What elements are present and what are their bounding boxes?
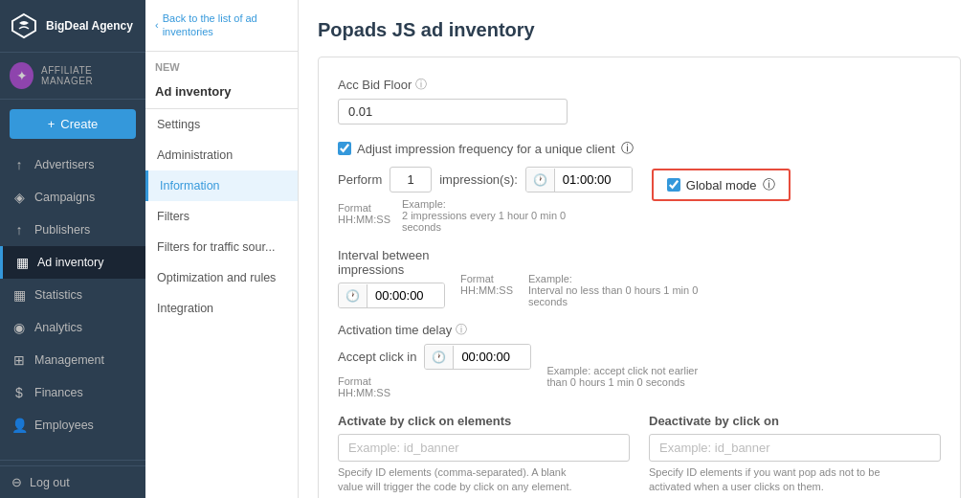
- sidebar-divider: [0, 460, 145, 461]
- role-label: AFFILIATE MANAGER: [41, 65, 136, 86]
- activation-time-delay-label: Activation time delay ⓘ: [338, 322, 941, 338]
- create-label: Create: [60, 117, 98, 131]
- activate-by-click-group: Activate by click on elements Specify ID…: [338, 414, 630, 495]
- deactivate-by-click-group: Deactivate by click on Specify ID elemen…: [649, 414, 941, 495]
- sidebar-item-label: Statistics: [34, 288, 82, 302]
- back-chevron-icon: ‹: [155, 18, 159, 32]
- ad-inventory-icon: ▦: [14, 255, 30, 270]
- secondary-nav-administration[interactable]: Administration: [145, 140, 298, 170]
- deactivate-by-click-label: Deactivate by click on: [649, 414, 941, 428]
- secondary-nav-information[interactable]: Information: [145, 170, 298, 201]
- accept-click-clock-icon: 🕐: [425, 346, 454, 369]
- sidebar-item-advertisers[interactable]: ↑ Advertisers: [0, 148, 145, 181]
- secondary-nav-filters-traffic[interactable]: Filters for traffic sour...: [145, 232, 298, 262]
- logo-icon: [10, 11, 38, 40]
- secondary-sidebar: ‹ Back to the list of ad inventories New…: [145, 0, 299, 498]
- management-icon: ⊞: [11, 352, 27, 368]
- sidebar: BigDeal Agency ✦ AFFILIATE MANAGER + Cre…: [0, 0, 145, 498]
- sidebar-item-label: Management: [34, 353, 104, 367]
- adjust-impression-info-icon[interactable]: ⓘ: [621, 140, 634, 157]
- finances-icon: $: [11, 385, 27, 400]
- secondary-nav-filters[interactable]: Filters: [145, 201, 298, 232]
- sidebar-item-finances[interactable]: $ Finances: [0, 376, 145, 409]
- back-to-list-link[interactable]: ‹ Back to the list of ad inventories: [145, 0, 298, 52]
- sidebar-item-campaigns[interactable]: ◈ Campaigns: [0, 181, 145, 214]
- activate-by-click-label: Activate by click on elements: [338, 414, 630, 428]
- global-mode-checkbox[interactable]: [667, 178, 680, 192]
- interval-format-hint: FormatHH:MM:SS: [460, 273, 513, 296]
- sidebar-nav: ↑ Advertisers ◈ Campaigns ↑ Publishers ▦…: [0, 148, 145, 455]
- secondary-nav-optimization[interactable]: Optimization and rules: [145, 262, 298, 293]
- accept-click-time-input[interactable]: [454, 345, 530, 369]
- acc-bid-floor-section: Acc Bid Floor ⓘ: [338, 77, 941, 124]
- logout-button[interactable]: ⊖ Log out: [0, 465, 145, 498]
- role-icon: ✦: [10, 62, 33, 89]
- sidebar-item-label: Campaigns: [34, 191, 95, 204]
- adjust-impression-row: Adjust impression frequency for a unique…: [338, 140, 941, 157]
- publishers-icon: ↑: [11, 222, 27, 238]
- sidebar-item-ad-inventory[interactable]: ▦ Ad inventory: [0, 246, 145, 279]
- activation-time-delay-section: Activation time delay ⓘ Accept click in …: [338, 322, 941, 398]
- perform-example-text: Example:2 impressions every 1 hour 0 min…: [402, 198, 566, 233]
- sidebar-logo: BigDeal Agency: [0, 0, 145, 53]
- sidebar-item-management[interactable]: ⊞ Management: [0, 344, 145, 376]
- secondary-sidebar-subtitle: Ad inventory: [145, 82, 298, 109]
- interval-time-input[interactable]: [368, 283, 444, 307]
- acc-bid-floor-info-icon[interactable]: ⓘ: [415, 77, 427, 93]
- sidebar-item-label: Ad inventory: [37, 256, 103, 269]
- perform-count-input[interactable]: [390, 167, 432, 192]
- adjust-impression-label: Adjust impression frequency for a unique…: [357, 142, 615, 156]
- global-mode-info-icon[interactable]: ⓘ: [763, 176, 775, 193]
- perform-time-input[interactable]: [555, 168, 632, 192]
- activate-by-click-input[interactable]: [338, 434, 630, 462]
- logout-icon: ⊖: [11, 475, 22, 489]
- perform-label: Perform: [338, 172, 382, 187]
- campaigns-icon: ◈: [11, 190, 27, 205]
- interval-time-wrap: 🕐: [338, 283, 445, 308]
- create-button[interactable]: + Create: [10, 109, 136, 139]
- sidebar-item-label: Publishers: [34, 223, 90, 237]
- perform-row: Perform impression(s): 🕐: [338, 167, 633, 192]
- create-plus-icon: +: [48, 117, 56, 131]
- deactivate-by-click-hint: Specify ID elements if you want pop ads …: [649, 465, 941, 495]
- sidebar-item-statistics[interactable]: ▦ Statistics: [0, 279, 145, 311]
- activate-by-click-hint: Specify ID elements (comma-separated). A…: [338, 465, 630, 495]
- perform-clock-icon: 🕐: [526, 169, 555, 192]
- logo-text: BigDeal Agency: [46, 19, 133, 33]
- sidebar-item-label: Finances: [34, 386, 83, 399]
- sidebar-item-employees[interactable]: 👤 Employees: [0, 409, 145, 441]
- acc-bid-floor-label: Acc Bid Floor ⓘ: [338, 77, 941, 93]
- activation-time-info-icon[interactable]: ⓘ: [456, 322, 467, 338]
- secondary-nav-settings[interactable]: Settings: [145, 109, 298, 140]
- logout-label: Log out: [30, 476, 70, 489]
- analytics-icon: ◉: [11, 320, 27, 335]
- deactivate-by-click-input[interactable]: [649, 434, 941, 462]
- sidebar-item-analytics[interactable]: ◉ Analytics: [0, 311, 145, 344]
- accept-click-example-hint: Example: accept click not earlierthan 0 …: [546, 365, 698, 388]
- accept-click-group: Accept click in 🕐 FormatHH:MM:SS: [338, 344, 531, 398]
- sidebar-item-publishers[interactable]: ↑ Publishers: [0, 214, 145, 246]
- impressions-label: impression(s):: [439, 172, 518, 187]
- global-mode-box: Global mode ⓘ: [652, 169, 791, 201]
- acc-bid-floor-input[interactable]: [338, 99, 568, 124]
- content-area: ‹ Back to the list of ad inventories New…: [145, 0, 980, 498]
- click-elements-section: Activate by click on elements Specify ID…: [338, 414, 941, 495]
- employees-icon: 👤: [11, 418, 27, 433]
- advertisers-icon: ↑: [11, 157, 27, 172]
- interval-example-hint: Example:Interval no less than 0 hours 1 …: [528, 273, 698, 307]
- secondary-nav-integration[interactable]: Integration: [145, 293, 298, 324]
- sidebar-role: ✦ AFFILIATE MANAGER: [0, 53, 145, 100]
- perform-format-hint: FormatHH:MM:SS: [338, 202, 390, 233]
- form-card: Acc Bid Floor ⓘ Adjust impression freque…: [318, 57, 961, 498]
- page-title: Popads JS ad inventory: [318, 19, 961, 41]
- back-label: Back to the list of ad inventories: [163, 11, 288, 39]
- statistics-icon: ▦: [11, 287, 27, 303]
- sidebar-item-label: Analytics: [34, 321, 82, 334]
- sidebar-item-label: Advertisers: [34, 158, 95, 171]
- page-content: Popads JS ad inventory Acc Bid Floor ⓘ A…: [299, 0, 980, 498]
- perform-time-wrap: 🕐: [525, 167, 633, 192]
- interval-left: Interval betweenimpressions 🕐: [338, 248, 445, 308]
- interval-label: Interval betweenimpressions: [338, 248, 445, 277]
- adjust-impression-checkbox[interactable]: [338, 142, 351, 155]
- accept-click-row: Accept click in 🕐: [338, 344, 531, 370]
